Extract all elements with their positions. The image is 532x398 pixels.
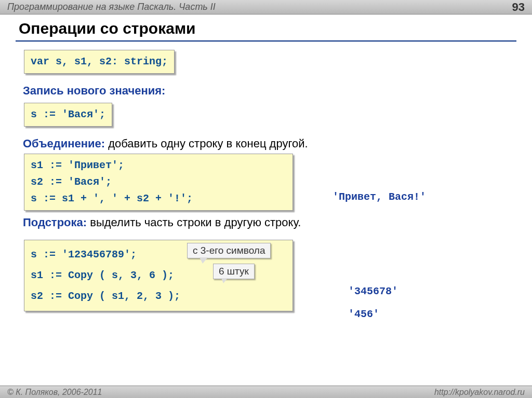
code-line: s2 := 'Вася'; [31,174,286,190]
slide-footer: © К. Поляков, 2006-2011 http://kpolyakov… [0,386,532,398]
section-bold: Подстрока: [23,216,87,229]
code-assign: s := 'Вася'; [24,103,112,127]
code-line: s := s1 + ', ' + s2 + '!'; [31,190,286,207]
section-label-substring: Подстрока: выделить часть строки в другу… [23,216,516,229]
slide-content: Операции со строками var s, s1, s2: stri… [0,15,532,311]
code-concat: s1 := 'Привет'; s2 := 'Вася'; s := s1 + … [24,154,293,211]
section-desc: выделить часть строки в другую строку. [87,216,301,229]
slide-title: Операции со строками [16,18,516,42]
code-line: s := 'Вася'; [31,108,105,120]
callout-6-items: 6 штук [213,264,255,279]
section-label-assign: Запись нового значения: [23,84,516,98]
code-line: var s, s1, s2: string; [31,56,168,67]
footer-copyright: © К. Поляков, 2006-2011 [7,388,102,397]
section-label-concat: Объединение: добавить одну строку в коне… [23,137,516,150]
callout-tail-icon [200,257,208,264]
section-bold: Объединение: [23,137,105,150]
footer-url: http://kpolyakov.narod.ru [434,388,525,397]
section-desc: добавить одну строку в конец другой. [105,137,308,150]
code-line: s1 := 'Привет'; [31,157,286,174]
code-line: s2 := Copy ( s1, 2, 3 ); [31,286,286,307]
result-copy2: '456' [348,308,379,320]
page-number: 93 [512,1,525,14]
callout-from-3rd: с 3-его символа [187,243,271,258]
callout-tail-icon [221,278,228,283]
result-copy1: '345678' [348,285,398,297]
header-title: Программирование на языке Паскаль. Часть… [7,2,216,12]
result-concat: 'Привет, Вася!' [332,191,426,203]
code-var-decl: var s, s1, s2: string; [24,50,175,74]
slide-header: Программирование на языке Паскаль. Часть… [0,0,532,15]
